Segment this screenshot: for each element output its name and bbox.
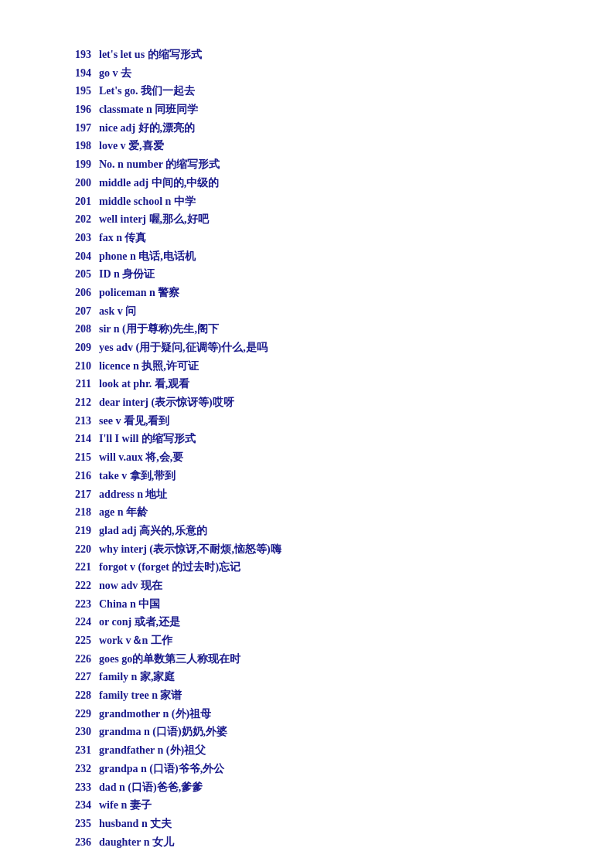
vocab-item: 217address n 地址 — [62, 486, 568, 503]
vocab-item: 229grandmother n (外)祖母 — [62, 706, 568, 723]
item-number: 196 — [62, 101, 91, 118]
item-number: 221 — [62, 559, 91, 576]
item-content: love v 爱,喜爱 — [99, 138, 164, 155]
vocab-item: 234wife n 妻子 — [62, 797, 568, 814]
item-content: glad adj 高兴的,乐意的 — [99, 523, 207, 540]
item-content: husband n 丈夫 — [99, 815, 172, 832]
item-number: 226 — [62, 651, 91, 668]
item-number: 213 — [62, 413, 91, 430]
vocab-item: 210licence n 执照,许可证 — [62, 358, 568, 375]
vocab-item: 214I'll I will 的缩写形式 — [62, 431, 568, 448]
vocab-item: 232grandpa n (口语)爷爷,外公 — [62, 761, 568, 778]
vocab-item: 211look at phr. 看,观看 — [62, 376, 568, 393]
item-content: wife n 妻子 — [99, 797, 152, 814]
item-content: forgot v (forget 的过去时)忘记 — [99, 559, 240, 576]
vocab-item: 231grandfather n (外)祖父 — [62, 742, 568, 759]
vocab-item: 199No. n number 的缩写形式 — [62, 156, 568, 173]
item-number: 209 — [62, 339, 91, 356]
item-content: phone n 电话,电话机 — [99, 248, 196, 265]
item-content: yes adv (用于疑问,征调等)什么,是吗 — [99, 339, 268, 356]
item-number: 231 — [62, 742, 91, 759]
item-number: 223 — [62, 596, 91, 613]
vocab-item: 228family tree n 家谱 — [62, 687, 568, 704]
item-content: dear interj (表示惊讶等)哎呀 — [99, 394, 234, 411]
vocab-item: 215will v.aux 将,会,要 — [62, 449, 568, 466]
vocab-item: 212dear interj (表示惊讶等)哎呀 — [62, 394, 568, 411]
vocab-item: 236daughter n 女儿 — [62, 834, 568, 851]
item-content: grandfather n (外)祖父 — [99, 742, 206, 759]
vocab-item: 194go v 去 — [62, 65, 568, 82]
vocab-item: 222now adv 现在 — [62, 577, 568, 594]
vocab-item: 216take v 拿到,带到 — [62, 468, 568, 485]
item-number: 206 — [62, 284, 91, 301]
item-content: goes go的单数第三人称现在时 — [99, 651, 240, 668]
vocab-item: 220why interj (表示惊讶,不耐烦,恼怒等)嗨 — [62, 541, 568, 558]
item-content: look at phr. 看,观看 — [99, 376, 189, 393]
item-content: age n 年龄 — [99, 504, 148, 521]
vocab-item: 226goes go的单数第三人称现在时 — [62, 651, 568, 668]
item-number: 202 — [62, 211, 91, 228]
item-content: licence n 执照,许可证 — [99, 358, 199, 375]
vocab-item: 207ask v 问 — [62, 303, 568, 320]
item-number: 228 — [62, 687, 91, 704]
item-content: will v.aux 将,会,要 — [99, 449, 183, 466]
item-number: 210 — [62, 358, 91, 375]
item-number: 211 — [62, 376, 91, 393]
item-content: ask v 问 — [99, 303, 136, 320]
item-number: 201 — [62, 193, 91, 210]
vocab-item: 197nice adj 好的,漂亮的 — [62, 120, 568, 137]
item-number: 233 — [62, 779, 91, 796]
item-number: 216 — [62, 468, 91, 485]
item-number: 215 — [62, 449, 91, 466]
vocab-item: 195Let's go. 我们一起去 — [62, 83, 568, 100]
vocab-item: 218age n 年龄 — [62, 504, 568, 521]
item-number: 195 — [62, 83, 91, 100]
item-number: 236 — [62, 834, 91, 851]
item-content: why interj (表示惊讶,不耐烦,恼怒等)嗨 — [99, 541, 281, 558]
vocab-item: 206policeman n 警察 — [62, 284, 568, 301]
vocab-item: 221forgot v (forget 的过去时)忘记 — [62, 559, 568, 576]
item-content: family n 家,家庭 — [99, 669, 175, 686]
item-number: 204 — [62, 248, 91, 265]
item-number: 199 — [62, 156, 91, 173]
item-content: address n 地址 — [99, 486, 167, 503]
vocab-item: 204phone n 电话,电话机 — [62, 248, 568, 265]
item-content: let's let us 的缩写形式 — [99, 46, 202, 63]
item-number: 197 — [62, 120, 91, 137]
item-number: 230 — [62, 723, 91, 740]
item-number: 235 — [62, 815, 91, 832]
item-content: fax n 传真 — [99, 230, 146, 247]
vocab-item: 225work v＆n 工作 — [62, 632, 568, 649]
item-number: 234 — [62, 797, 91, 814]
vocab-item: 196classmate n 同班同学 — [62, 101, 568, 118]
item-number: 208 — [62, 321, 91, 338]
vocab-item: 233dad n (口语)爸爸,爹爹 — [62, 779, 568, 796]
vocabulary-list: 193let's let us 的缩写形式194go v 去195Let's g… — [62, 46, 568, 850]
item-number: 212 — [62, 394, 91, 411]
vocab-item: 205ID n 身份证 — [62, 266, 568, 283]
item-content: see v 看见,看到 — [99, 413, 169, 430]
item-content: grandma n (口语)奶奶,外婆 — [99, 723, 227, 740]
vocab-item: 193let's let us 的缩写形式 — [62, 46, 568, 63]
item-content: policeman n 警察 — [99, 284, 179, 301]
item-content: ID n 身份证 — [99, 266, 155, 283]
vocab-item: 230grandma n (口语)奶奶,外婆 — [62, 723, 568, 740]
vocab-item: 223China n 中国 — [62, 596, 568, 613]
item-number: 198 — [62, 138, 91, 155]
vocab-item: 219glad adj 高兴的,乐意的 — [62, 523, 568, 540]
vocab-item: 198love v 爱,喜爱 — [62, 138, 568, 155]
item-number: 203 — [62, 230, 91, 247]
item-content: grandmother n (外)祖母 — [99, 706, 211, 723]
item-number: 225 — [62, 632, 91, 649]
item-content: go v 去 — [99, 65, 131, 82]
item-number: 232 — [62, 761, 91, 778]
item-content: sir n (用于尊称)先生,阁下 — [99, 321, 219, 338]
item-content: I'll I will 的缩写形式 — [99, 431, 196, 448]
vocab-item: 227family n 家,家庭 — [62, 669, 568, 686]
vocab-item: 203fax n 传真 — [62, 230, 568, 247]
item-number: 200 — [62, 175, 91, 192]
vocab-item: 235husband n 丈夫 — [62, 815, 568, 832]
item-content: well interj 喔,那么,好吧 — [99, 211, 209, 228]
item-number: 193 — [62, 46, 91, 63]
item-number: 214 — [62, 431, 91, 448]
